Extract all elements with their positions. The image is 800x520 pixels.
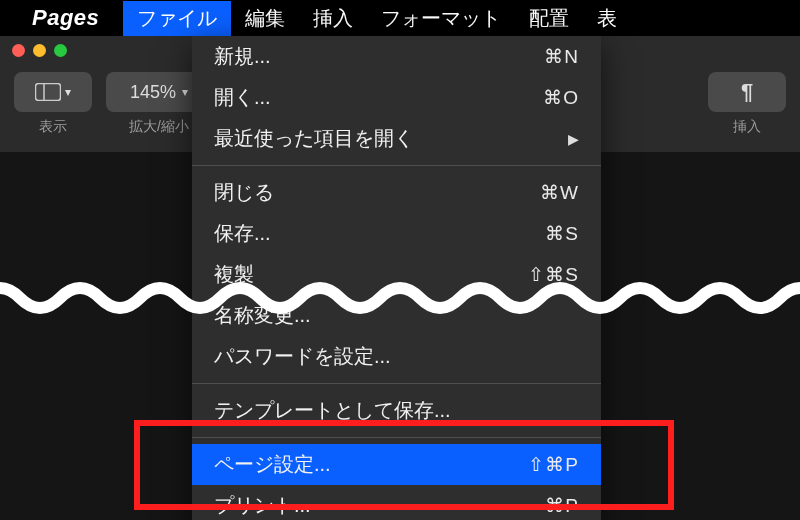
toolbar-view-label: 表示 — [39, 118, 67, 136]
menu-shortcut: ⇧⌘S — [528, 263, 579, 286]
menubar-insert[interactable]: 挿入 — [299, 1, 367, 36]
chevron-down-icon: ▾ — [182, 85, 188, 99]
menubar-edit[interactable]: 編集 — [231, 1, 299, 36]
file-menu-close[interactable]: 閉じる ⌘W — [192, 172, 601, 213]
menu-shortcut: ⌘N — [544, 45, 579, 68]
menu-label: 保存... — [214, 220, 271, 247]
menu-label: 名称変更... — [214, 302, 311, 329]
menu-label: 複製 — [214, 261, 254, 288]
file-menu-print[interactable]: プリント... ⌘P — [192, 485, 601, 520]
menubar-format[interactable]: フォーマット — [367, 1, 515, 36]
menu-shortcut: ⌘W — [540, 181, 579, 204]
menu-label: テンプレートとして保存... — [214, 397, 451, 424]
file-menu-save-template[interactable]: テンプレートとして保存... — [192, 390, 601, 431]
file-menu-dropdown: 新規... ⌘N 開く... ⌘O 最近使った項目を開く ▶ 閉じる ⌘W 保存… — [192, 36, 601, 520]
zoom-value: 145% — [130, 82, 176, 103]
app-name[interactable]: Pages — [32, 5, 99, 31]
menu-label: 新規... — [214, 43, 271, 70]
file-menu-page-setup[interactable]: ページ設定... ⇧⌘P — [192, 444, 601, 485]
menu-separator — [192, 165, 601, 166]
file-menu-set-password[interactable]: パスワードを設定... — [192, 336, 601, 377]
pilcrow-icon: ¶ — [741, 79, 753, 105]
zoom-window-button[interactable] — [54, 44, 67, 57]
chevron-down-icon: ▾ — [65, 85, 71, 99]
menu-label: 開く... — [214, 84, 271, 111]
file-menu-open-recent[interactable]: 最近使った項目を開く ▶ — [192, 118, 601, 159]
file-menu-duplicate[interactable]: 複製 ⇧⌘S — [192, 254, 601, 295]
toolbar-zoom-label: 拡大/縮小 — [129, 118, 189, 136]
menu-shortcut: ⌘P — [545, 494, 579, 517]
file-menu-save[interactable]: 保存... ⌘S — [192, 213, 601, 254]
toolbar-insert-label: 挿入 — [733, 118, 761, 136]
menu-shortcut: ⌘S — [545, 222, 579, 245]
file-menu-new[interactable]: 新規... ⌘N — [192, 36, 601, 77]
menu-label: 閉じる — [214, 179, 274, 206]
menu-shortcut: ⌘O — [543, 86, 579, 109]
svg-rect-0 — [36, 84, 61, 101]
minimize-window-button[interactable] — [33, 44, 46, 57]
menubar-arrange[interactable]: 配置 — [515, 1, 583, 36]
menu-separator — [192, 437, 601, 438]
file-menu-open[interactable]: 開く... ⌘O — [192, 77, 601, 118]
view-panel-icon — [35, 83, 61, 101]
window-controls — [12, 44, 67, 57]
menu-shortcut: ⇧⌘P — [528, 453, 579, 476]
system-menubar: Pages ファイル 編集 挿入 フォーマット 配置 表 — [0, 0, 800, 36]
menubar-table[interactable]: 表 — [583, 1, 631, 36]
file-menu-rename[interactable]: 名称変更... — [192, 295, 601, 336]
submenu-arrow-icon: ▶ — [568, 131, 579, 147]
menu-separator — [192, 383, 601, 384]
toolbar-view[interactable]: ▾ 表示 — [14, 72, 92, 136]
menu-label: ページ設定... — [214, 451, 331, 478]
menubar-file[interactable]: ファイル — [123, 1, 231, 36]
menu-label: 最近使った項目を開く — [214, 125, 414, 152]
close-window-button[interactable] — [12, 44, 25, 57]
toolbar-insert[interactable]: ¶ 挿入 — [708, 72, 786, 136]
menu-label: プリント... — [214, 492, 311, 519]
menu-label: パスワードを設定... — [214, 343, 391, 370]
